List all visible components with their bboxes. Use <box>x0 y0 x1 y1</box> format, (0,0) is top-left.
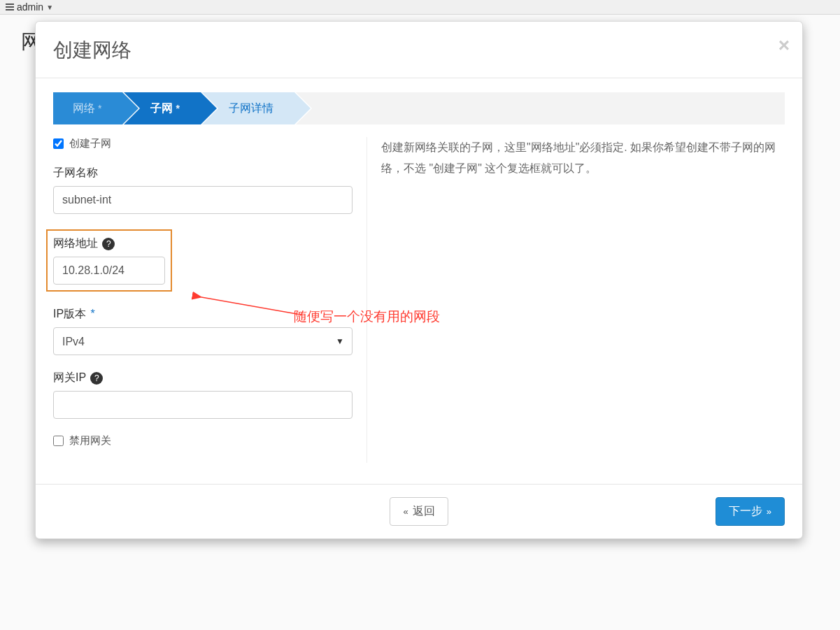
network-address-label-text: 网络地址 <box>53 237 98 249</box>
create-subnet-checkbox-row[interactable]: 创建子网 <box>53 137 353 150</box>
required-mark: * <box>176 103 179 114</box>
gateway-ip-input[interactable] <box>53 391 353 419</box>
project-topbar[interactable]: admin ▼ <box>0 0 840 15</box>
close-button[interactable]: × <box>778 34 790 57</box>
chevron-left-icon: « <box>403 506 408 517</box>
modal-title: 创建网络 <box>53 37 785 64</box>
modal-header: 创建网络 × <box>36 22 802 78</box>
wizard-step-network[interactable]: 网络 * <box>53 92 122 124</box>
network-address-label: 网络地址 ? <box>53 236 165 251</box>
ip-version-select[interactable]: IPv4 <box>53 327 353 355</box>
create-network-modal: 创建网络 × 网络 * 子网 * 子网详情 <box>35 21 803 539</box>
disable-gateway-label: 禁用网关 <box>69 434 111 448</box>
subnet-name-label: 子网名称 <box>53 166 353 180</box>
list-icon <box>6 3 14 10</box>
wizard-step-remainder <box>294 92 785 124</box>
network-address-highlight: 网络地址 ? <box>46 229 172 292</box>
wizard-step-label: 子网详情 <box>229 101 273 116</box>
ip-version-label: IP版本 * <box>53 307 353 322</box>
help-text: 创建新网络关联的子网，这里"网络地址"必须指定. 如果你希望创建不带子网的网络，… <box>381 137 785 180</box>
help-panel: 创建新网络关联的子网，这里"网络地址"必须指定. 如果你希望创建不带子网的网络，… <box>366 137 785 463</box>
required-mark: * <box>91 308 95 320</box>
help-icon[interactable]: ? <box>102 238 115 250</box>
next-button[interactable]: 下一步 » <box>716 497 785 526</box>
gateway-ip-label: 网关IP ? <box>53 371 353 385</box>
disable-gateway-checkbox-row[interactable]: 禁用网关 <box>53 434 353 448</box>
wizard-step-label: 子网 <box>150 101 173 116</box>
network-address-input[interactable] <box>53 257 165 285</box>
back-button-label: 返回 <box>413 504 435 519</box>
caret-down-icon: ▼ <box>46 3 53 11</box>
chevron-right-icon: » <box>767 506 771 517</box>
create-subnet-label: 创建子网 <box>69 137 111 150</box>
help-icon[interactable]: ? <box>90 372 103 385</box>
ip-version-label-text: IP版本 <box>53 308 86 320</box>
subnet-name-input[interactable] <box>53 186 353 214</box>
wizard-steps: 网络 * 子网 * 子网详情 <box>53 92 785 124</box>
required-mark: * <box>98 103 101 114</box>
wizard-step-label: 网络 <box>73 101 95 116</box>
create-subnet-checkbox[interactable] <box>53 138 64 149</box>
back-button[interactable]: « 返回 <box>390 497 448 526</box>
project-name: admin <box>17 1 43 13</box>
disable-gateway-checkbox[interactable] <box>53 436 64 446</box>
modal-footer: « 返回 下一步 » <box>36 484 802 538</box>
next-button-label: 下一步 <box>729 504 762 519</box>
gateway-ip-label-text: 网关IP <box>53 371 86 383</box>
